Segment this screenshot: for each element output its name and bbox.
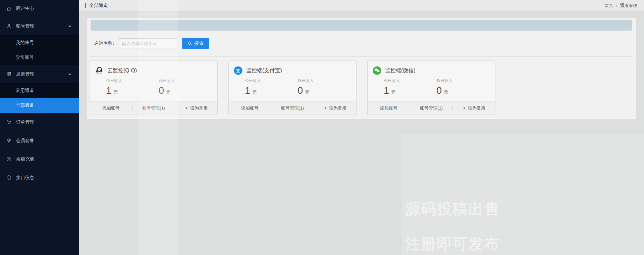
stat-label: 今日收入	[384, 78, 400, 84]
stat-label: 昨日收入	[436, 78, 452, 84]
star-icon: ★	[185, 106, 189, 111]
stat-unit: 元	[444, 89, 448, 95]
search-icon	[187, 41, 192, 46]
watermark-text-line1: 源码投稿出售	[405, 199, 500, 219]
cart-icon	[6, 119, 16, 125]
notice-banner	[91, 20, 632, 31]
stat-unit: 元	[166, 89, 170, 95]
sidebar-subitem-label: 我的账号	[16, 40, 34, 46]
info-icon	[6, 175, 16, 180]
stat-value: 0	[298, 85, 303, 96]
content-panel: 通道名称: 搜索	[87, 18, 636, 119]
channel-card-wechat: 监控端(微信) 今日收入 1元 昨日收入 0元 添加账号 账号管理(1) ★设为…	[367, 60, 495, 115]
favorite-label: 设为常用	[329, 105, 346, 111]
sidebar-submenu-channel: 常用通道 全部通道	[0, 83, 79, 113]
breadcrumb-current: 通道管理	[620, 3, 637, 9]
card-title: 云监控(Q Q)	[107, 67, 137, 74]
search-button[interactable]: 搜索	[182, 38, 209, 49]
add-account-button[interactable]: 添加账号	[90, 101, 132, 115]
sidebar-subitem-all-channels[interactable]: 全部通道	[0, 98, 79, 113]
search-row: 通道名称: 搜索	[94, 37, 209, 49]
breadcrumb-home-link[interactable]: 首页	[604, 3, 613, 9]
stat-unit: 元	[252, 89, 257, 95]
yesterday-income-stat: 昨日收入 0元	[436, 78, 452, 96]
app-window: 商户中心 账号管理 我的账号 异常账号 通道管理 常用	[0, 0, 644, 255]
stat-label: 昨日收入	[159, 78, 175, 84]
yesterday-income-stat: 昨日收入 0元	[159, 78, 175, 96]
manage-accounts-button[interactable]: 账号管理(1)	[132, 101, 175, 115]
stat-value: 1	[245, 85, 250, 96]
page-title: 全部通道	[89, 3, 108, 9]
stat-unit: 元	[113, 89, 118, 95]
stat-value: 1	[106, 85, 111, 96]
star-icon: ★	[324, 106, 327, 111]
caret-up-icon	[68, 25, 71, 27]
card-title: 监控端(支付宝)	[246, 67, 282, 74]
search-label: 通道名称:	[94, 40, 114, 46]
sidebar-item-api-info[interactable]: 接口信息	[0, 168, 79, 187]
yesterday-income-stat: 昨日收入 0元	[298, 78, 314, 96]
search-button-label: 搜索	[194, 40, 204, 46]
card-footer: 添加账号 账号管理(1) ★设为常用	[368, 101, 495, 115]
card-header: 支 监控端(支付宝)	[234, 66, 282, 75]
set-favorite-button[interactable]: ★设为常用	[453, 101, 495, 115]
watermark-light-block	[401, 134, 644, 255]
card-footer: 添加账号 账号管理(1) ★设为常用	[90, 101, 217, 115]
breadcrumb: 首页 / 通道管理	[604, 3, 637, 9]
stat-label: 今日收入	[106, 78, 122, 84]
card-header: 监控端(微信)	[373, 66, 416, 75]
yen-icon	[6, 156, 16, 162]
stat-unit: 元	[305, 89, 309, 95]
channel-card-qq: 云监控(Q Q) 今日收入 1元 昨日收入 0元 添加账号 账号管理(1) ★设…	[90, 60, 218, 115]
gem-icon	[6, 138, 16, 143]
sidebar-item-account-management[interactable]: 账号管理	[0, 17, 79, 35]
star-icon: ★	[463, 106, 466, 111]
set-favorite-button[interactable]: ★设为常用	[175, 101, 217, 115]
add-account-button[interactable]: 添加账号	[229, 101, 271, 115]
sidebar-item-label: 通道管理	[16, 71, 34, 77]
sidebar-subitem-label: 常用通道	[16, 88, 34, 94]
breadcrumb-separator: /	[616, 3, 617, 8]
card-header: 云监控(Q Q)	[95, 66, 137, 75]
user-icon	[6, 23, 16, 29]
manage-accounts-button[interactable]: 账号管理(1)	[410, 101, 452, 115]
sidebar-item-label: 会员套餐	[16, 138, 34, 144]
sidebar-item-merchant-center[interactable]: 商户中心	[0, 0, 79, 17]
set-favorite-button[interactable]: ★设为常用	[314, 101, 356, 115]
sidebar-subitem-my-accounts[interactable]: 我的账号	[0, 35, 79, 50]
sidebar-subitem-abnormal-accounts[interactable]: 异常账号	[0, 50, 79, 65]
svg-text:支: 支	[236, 68, 240, 73]
stat-value: 0	[436, 85, 442, 96]
sidebar-submenu-account: 我的账号 异常账号	[0, 35, 79, 65]
manage-accounts-button[interactable]: 账号管理(1)	[271, 101, 314, 115]
grid-icon	[6, 71, 16, 77]
add-account-button[interactable]: 添加账号	[368, 101, 410, 115]
sidebar-item-label: 接口信息	[16, 175, 34, 181]
card-footer: 添加账号 账号管理(1) ★设为常用	[229, 101, 356, 115]
search-input[interactable]	[118, 38, 177, 48]
sidebar-item-member-packages[interactable]: 会员套餐	[0, 131, 79, 150]
stat-value: 1	[384, 85, 389, 96]
stat-label: 今日收入	[245, 78, 261, 84]
sidebar-item-balance-recharge[interactable]: 余额充值	[0, 150, 79, 168]
sidebar-item-label: 商户中心	[16, 5, 34, 11]
watermark-text-line2: 注册即可发布	[405, 234, 500, 254]
home-icon	[6, 6, 16, 11]
wechat-icon	[373, 66, 381, 75]
sidebar-item-channel-management[interactable]: 通道管理	[0, 65, 79, 83]
qq-icon	[95, 66, 104, 75]
today-income-stat: 今日收入 1元	[106, 78, 122, 96]
channel-cards-row: 云监控(Q Q) 今日收入 1元 昨日收入 0元 添加账号 账号管理(1) ★设…	[90, 60, 495, 115]
sidebar-item-label: 账号管理	[16, 23, 34, 29]
favorite-label: 设为常用	[190, 105, 208, 111]
today-income-stat: 今日收入 1元	[245, 78, 261, 96]
caret-up-icon	[68, 73, 71, 75]
sidebar-subitem-common-channels[interactable]: 常用通道	[0, 83, 79, 98]
sidebar-item-order-management[interactable]: 订单管理	[0, 113, 79, 131]
card-title: 监控端(微信)	[385, 67, 416, 74]
topbar: 全部通道 首页 / 通道管理	[79, 0, 644, 11]
section-divider	[90, 56, 633, 56]
favorite-label: 设为常用	[468, 105, 485, 111]
stat-label: 昨日收入	[298, 78, 314, 84]
channel-card-alipay: 支 监控端(支付宝) 今日收入 1元 昨日收入 0元 添加账号 账号管理(1)	[228, 60, 357, 115]
